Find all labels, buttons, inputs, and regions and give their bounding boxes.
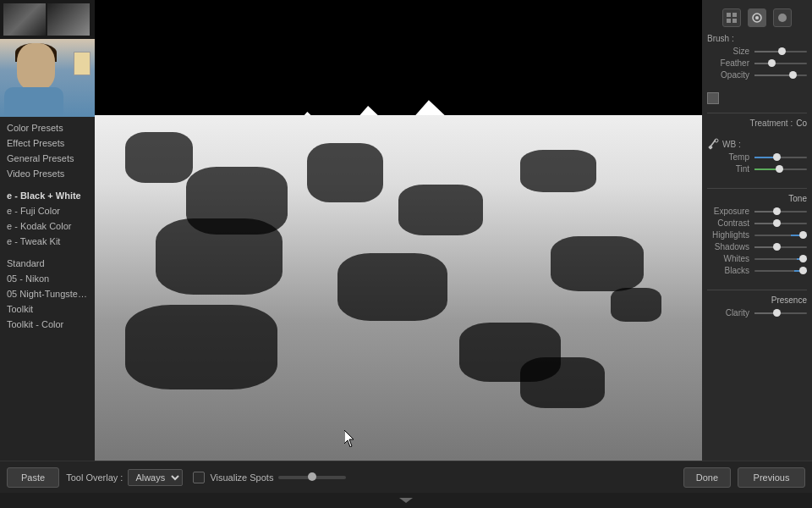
visualize-slider-thumb: [308, 472, 316, 481]
opacity-row: Opacity: [707, 70, 807, 80]
thumbnail-1[interactable]: [3, 3, 46, 36]
wb-label: WB :: [722, 140, 741, 149]
tint-label: Tint: [707, 164, 749, 174]
terrain-patch-12: [520, 357, 605, 408]
svg-point-7: [778, 14, 787, 22]
terrain-patch-5: [398, 185, 483, 235]
blacks-label: Blacks: [707, 266, 749, 275]
terrain-patch-6: [337, 253, 447, 321]
presence-title: Presence: [707, 295, 807, 305]
treatment-label: Treatment :: [749, 119, 793, 128]
brush-label: Brush :: [707, 34, 807, 43]
tint-slider[interactable]: [754, 168, 807, 170]
sidebar-item-effect-presets[interactable]: Effect Presets: [0, 135, 95, 151]
grid-view-icon[interactable]: [722, 8, 741, 27]
thumbnail-2[interactable]: [47, 3, 90, 36]
sidebar-item-standard[interactable]: Standard: [0, 256, 95, 271]
sidebar-item-toolkit[interactable]: Toolkit: [0, 301, 95, 317]
svg-marker-0: [344, 430, 354, 447]
bottom-toolbar: Paste Tool Overlay : Always Visualize Sp…: [0, 461, 812, 493]
sidebar-item-fuji[interactable]: e - Fuji Color: [0, 203, 95, 218]
opacity-slider[interactable]: [754, 75, 807, 76]
webcam-feed: [0, 39, 95, 117]
svg-rect-9: [708, 145, 713, 150]
whites-slider[interactable]: [754, 258, 807, 260]
main-area: Color Presets Effect Presets General Pre…: [0, 0, 812, 461]
size-label: Size: [707, 47, 749, 56]
temp-slider[interactable]: [754, 157, 807, 158]
square-view-icon[interactable]: [773, 8, 792, 27]
terrain-patch-3: [307, 143, 383, 202]
terrain-patch-4: [156, 218, 283, 295]
opacity-label: Opacity: [707, 70, 749, 80]
treatment-section: Treatment : Co: [707, 119, 807, 131]
terrain-patch-11: [611, 288, 661, 322]
circle-view-icon[interactable]: [748, 8, 766, 27]
contrast-row: Contrast: [707, 218, 807, 228]
terrain-patch-10: [551, 236, 644, 291]
sidebar-item-nikon[interactable]: 05 - Nikon: [0, 271, 95, 286]
sidebar-item-toolkit-color[interactable]: Toolkit - Color: [0, 317, 95, 332]
foreground: [95, 115, 702, 461]
left-sidebar: Color Presets Effect Presets General Pre…: [0, 0, 95, 461]
clarity-slider[interactable]: [754, 312, 807, 314]
blacks-slider[interactable]: [754, 270, 807, 272]
tool-overlay-group: Tool Overlay : Always: [66, 469, 183, 486]
feather-slider[interactable]: [754, 63, 807, 64]
clarity-row: Clarity: [707, 308, 807, 318]
done-button[interactable]: Done: [683, 467, 731, 488]
cursor-icon: [344, 430, 354, 445]
eyedropper-icon: [707, 138, 719, 150]
sidebar-item-kodak[interactable]: e - Kodak Color: [0, 218, 95, 234]
shadows-row: Shadows: [707, 242, 807, 251]
sidebar-item-night[interactable]: 05 Night-Tungsten -...: [0, 286, 95, 301]
sidebar-item-tweak[interactable]: e - Tweak Kit: [0, 234, 95, 249]
visualize-group: Visualize Spots: [193, 472, 346, 483]
visualize-checkbox[interactable]: [193, 472, 205, 483]
bottom-arrow-row: [0, 493, 812, 508]
divider-3: [707, 290, 807, 290]
person-head: [17, 43, 55, 90]
wb-section: WB : Temp Tint: [707, 138, 807, 176]
presence-section: Presence Clarity: [707, 295, 807, 320]
tool-overlay-label: Tool Overlay :: [66, 472, 123, 483]
blacks-row: Blacks: [707, 266, 807, 275]
contrast-slider[interactable]: [754, 223, 807, 224]
sidebar-menu: Color Presets Effect Presets General Pre…: [0, 117, 95, 461]
visualize-slider[interactable]: [278, 476, 346, 479]
terrain-patch-7: [125, 305, 277, 389]
svg-rect-1: [727, 13, 731, 17]
sidebar-item-color-presets[interactable]: Color Presets: [0, 120, 95, 135]
highlights-row: Highlights: [707, 230, 807, 240]
temp-row: Temp: [707, 152, 807, 162]
shadows-label: Shadows: [707, 242, 749, 251]
small-square-icon: [707, 92, 719, 104]
svg-rect-3: [727, 19, 731, 23]
treatment-row: Treatment : Co: [707, 119, 807, 128]
scroll-down-arrow[interactable]: [399, 498, 413, 503]
tool-overlay-select[interactable]: Always: [128, 469, 183, 486]
exposure-slider[interactable]: [754, 211, 807, 213]
sidebar-item-bw[interactable]: e - Black + White: [0, 188, 95, 203]
exposure-row: Exposure: [707, 207, 807, 216]
sidebar-item-general-presets[interactable]: General Presets: [0, 151, 95, 166]
svg-rect-2: [732, 13, 737, 17]
highlights-slider[interactable]: [754, 235, 807, 236]
sidebar-item-video-presets[interactable]: Video Presets: [0, 166, 95, 181]
clarity-label: Clarity: [707, 308, 749, 318]
whites-label: Whites: [707, 254, 749, 263]
size-row: Size: [707, 47, 807, 56]
svg-point-6: [755, 16, 759, 19]
picture-frame: [74, 52, 91, 75]
size-slider[interactable]: [754, 51, 807, 52]
visualize-label: Visualize Spots: [210, 472, 273, 483]
tone-title: Tone: [707, 194, 807, 203]
bw-image: [95, 0, 702, 461]
whites-row: Whites: [707, 254, 807, 263]
shadows-slider[interactable]: [754, 246, 807, 248]
previous-button[interactable]: Previous: [738, 467, 805, 488]
brush-section: Brush : Size Feather Opacity: [707, 34, 807, 82]
terrain-patch-9: [520, 150, 596, 192]
paste-button[interactable]: Paste: [7, 467, 59, 488]
contrast-label: Contrast: [707, 218, 749, 228]
